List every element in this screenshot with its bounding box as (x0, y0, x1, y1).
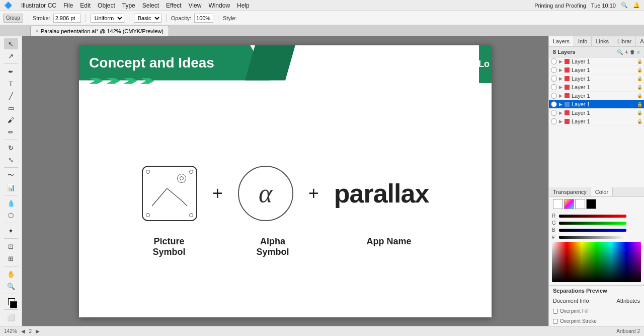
app-name-container: parallax (334, 178, 429, 209)
menu-edit[interactable]: Edit (80, 2, 91, 9)
group-button[interactable]: Group (3, 14, 23, 23)
overprint-fill-checkbox[interactable] (553, 309, 558, 314)
overprint-stroke-checkbox[interactable] (553, 319, 558, 324)
opacity-input[interactable] (194, 14, 213, 23)
menu-effect[interactable]: Effect (166, 2, 181, 9)
color-box-black[interactable] (586, 199, 596, 209)
tab-links[interactable]: Links (592, 36, 613, 46)
menu-view[interactable]: View (189, 2, 202, 9)
hand-tool[interactable]: ✋ (4, 268, 18, 280)
tools-sep6 (4, 238, 18, 239)
layer-lock-4[interactable]: 🔒 (637, 85, 642, 90)
layer-lock-8[interactable]: 🔒 (637, 119, 642, 124)
layer-item-2[interactable]: ▶ Layer 1 🔒 (549, 66, 644, 75)
menu-file[interactable]: File (63, 2, 73, 9)
screen-mode[interactable]: ⬜ (4, 312, 18, 323)
printing-proofing[interactable]: Printing and Proofing (534, 3, 586, 9)
pen-tool[interactable]: ✒ (4, 66, 18, 77)
layer-item-5[interactable]: ▶ Layer 1 🔒 (549, 92, 644, 100)
layers-delete-icon[interactable]: 🗑 (630, 49, 635, 55)
canvas-area[interactable]: Concept and Ideas Lo (22, 36, 548, 326)
direct-select-tool[interactable]: ↗ (4, 50, 18, 61)
layer-lock-7[interactable]: 🔒 (637, 110, 642, 115)
layer-color-7 (565, 110, 570, 115)
r-row: R (552, 213, 641, 219)
sep3 (129, 14, 129, 22)
layers-add-icon[interactable]: + (625, 49, 628, 55)
layer-lock-3[interactable]: 🔒 (637, 76, 642, 81)
layer-lock-1[interactable]: 🔒 (637, 59, 642, 64)
artboard-tool[interactable]: ⊡ (4, 241, 18, 252)
layer-lock-5[interactable]: 🔒 (637, 93, 642, 98)
menu-window[interactable]: Window (208, 2, 230, 9)
notification-icon[interactable]: 🔔 (633, 2, 640, 9)
color-box-gradient[interactable] (564, 199, 574, 209)
g-slider[interactable] (559, 222, 626, 225)
doc-info-tab[interactable]: Document Info (553, 298, 589, 304)
r-slider[interactable] (559, 215, 626, 218)
rotate-tool[interactable]: ↻ (4, 142, 18, 153)
layer-item-7[interactable]: ▶ Layer 1 🔒 (549, 109, 644, 117)
rect-tool[interactable]: ▭ (4, 102, 18, 113)
tab-info[interactable]: Info (574, 36, 592, 46)
tools-panel: ↖ ↗ ✒ T ╱ ▭ 🖌 ✏ ↻ ⤡ 〜 📊 💧 ⬡ ✦ ⊡ ⊞ ✋ 🔍 ⬜ (0, 36, 22, 326)
fill-style-select[interactable]: Basic (134, 14, 162, 23)
layers-menu-icon[interactable]: ≡ (637, 49, 640, 55)
layer-item-1[interactable]: ▶ Layer 1 🔒 (549, 57, 644, 66)
color-boxes-row (549, 197, 644, 210)
color-box-white[interactable] (553, 199, 563, 209)
eyedropper-tool[interactable]: 💧 (4, 197, 18, 209)
color-spectrum[interactable] (552, 242, 641, 282)
document-tab[interactable]: × Paralax pertentation.ai* @ 142% (CMYK/… (30, 26, 169, 36)
tab-close-icon[interactable]: × (36, 28, 39, 34)
zoom-tool[interactable]: 🔍 (4, 281, 18, 292)
attributes-tab[interactable]: Attributes (617, 298, 640, 304)
fill-indicator[interactable] (4, 296, 18, 307)
layer-item-4[interactable]: ▶ Layer 1 🔒 (549, 83, 644, 92)
layer-item-8[interactable]: ▶ Layer 1 🔒 (549, 117, 644, 126)
pencil-tool[interactable]: ✏ (4, 126, 18, 138)
layer-arrow-2: ▶ (559, 68, 562, 73)
scale-tool[interactable]: ⤡ (4, 154, 18, 165)
menu-help[interactable]: Help (237, 2, 250, 9)
tab-layers[interactable]: Layers (549, 36, 574, 46)
slice-tool[interactable]: ⊞ (4, 253, 18, 264)
layer-item-3[interactable]: ▶ Layer 1 🔒 (549, 75, 644, 83)
tab-library[interactable]: Librar (613, 36, 636, 46)
graph-tool[interactable]: 📊 (4, 182, 18, 193)
menu-select[interactable]: Select (142, 2, 159, 9)
stroke-style-select[interactable]: Uniform (91, 14, 124, 23)
paintbrush-tool[interactable]: 🖌 (4, 114, 18, 125)
type-tool[interactable]: T (4, 78, 18, 89)
symbol-tool[interactable]: ✦ (4, 225, 18, 236)
select-tool[interactable]: ↖ (4, 38, 18, 49)
layer-item-6[interactable]: ▶ Layer 1 🔒 (549, 100, 644, 109)
color-box-white2[interactable] (575, 199, 585, 209)
b-slider[interactable] (559, 229, 626, 232)
layer-lock-6[interactable]: 🔒 (637, 102, 642, 107)
alpha-character: α (259, 178, 272, 208)
tab-transparency[interactable]: Transparency (549, 187, 591, 196)
hex-slider[interactable] (559, 236, 626, 239)
layer-name-4: Layer 1 (572, 84, 635, 90)
warp-tool[interactable]: 〜 (4, 170, 18, 181)
layer-color-1 (565, 59, 570, 64)
menu-illustrator[interactable]: Illustrator CC (21, 2, 56, 9)
layer-lock-2[interactable]: 🔒 (637, 68, 642, 73)
chevron-3 (123, 78, 137, 84)
stroke-label: Stroke: (33, 15, 50, 21)
blend-tool[interactable]: ⬡ (4, 210, 18, 221)
stroke-value-input[interactable] (53, 14, 81, 23)
picture-symbol-icon (142, 166, 197, 221)
header-section: Concept and Ideas (79, 45, 492, 88)
menu-object[interactable]: Object (98, 2, 115, 9)
nav-next[interactable]: ▶ (36, 328, 40, 334)
tab-color[interactable]: Color (591, 187, 613, 196)
layers-search-icon[interactable]: 🔍 (617, 49, 623, 55)
b-label: B (552, 227, 557, 233)
tab-artboard[interactable]: Artboar (636, 36, 644, 46)
nav-prev[interactable]: ◀ (21, 328, 25, 334)
line-tool[interactable]: ╱ (4, 90, 18, 101)
menu-type[interactable]: Type (122, 2, 135, 9)
search-icon[interactable]: 🔍 (621, 2, 628, 9)
